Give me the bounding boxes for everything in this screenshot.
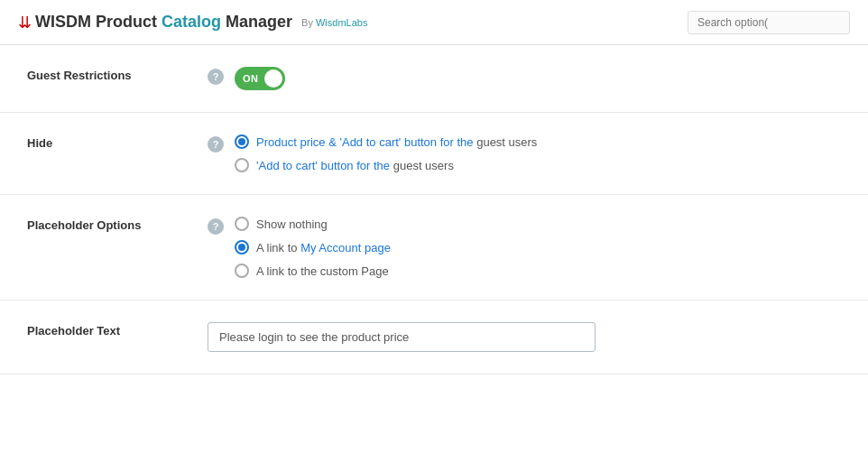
placeholder-text-section: Placeholder Text [0,301,868,375]
hide-label: Hide [27,134,208,150]
logo-by-link[interactable]: WisdmLabs [316,17,367,28]
hide-option-2[interactable]: 'Add to cart' button for the guest users [235,158,537,172]
toggle-wrapper: ON [235,67,285,90]
hide-option-1-label: Product price & 'Add to cart' button for… [256,135,537,149]
content: Guest Restrictions ? ON Hide ? [0,45,868,375]
hide-opt1-highlight: Product price & 'Add to cart' button for… [256,135,474,149]
placeholder-opt2-prefix: A link to [256,241,300,255]
placeholder-opt-3[interactable]: A link to the custom Page [235,264,391,278]
placeholder-options-content: ? Show nothing A link to My Account page [208,217,841,278]
placeholder-options-radio-group: Show nothing A link to My Account page [235,217,391,278]
guest-restrictions-content: ? ON [208,67,841,90]
hide-opt2-suffix: guest users [393,159,454,172]
hide-opt1-suffix: guest users [476,135,537,149]
placeholder-opt-1-label: Show nothing [256,217,328,231]
logo: ⇊ WISDM Product Catalog Manager By Wisdm… [18,13,367,32]
toggle-label: ON [243,73,259,84]
placeholder-options-section: Placeholder Options ? Show nothing [0,195,868,301]
guest-restrictions-section: Guest Restrictions ? ON [0,45,868,113]
guest-restrictions-help-icon[interactable]: ? [208,69,224,85]
placeholder-radio-1[interactable] [235,217,249,231]
placeholder-opt-2-label: A link to My Account page [256,241,391,255]
hide-radio-2[interactable] [235,158,249,172]
placeholder-opt-1[interactable]: Show nothing [235,217,391,231]
guest-restrictions-label: Guest Restrictions [27,67,208,82]
hide-content: ? Product price & 'Add to cart' button f… [208,134,841,172]
logo-by: By WisdmLabs [301,17,367,28]
logo-text: WISDM Product Catalog Manager [35,13,292,32]
placeholder-radio-2[interactable] [235,240,249,255]
hide-option-2-label: 'Add to cart' button for the guest users [256,159,454,172]
hide-help-icon[interactable]: ? [208,136,224,153]
hide-radio-group: Product price & 'Add to cart' button for… [235,134,537,172]
logo-icon: ⇊ [18,13,32,32]
placeholder-options-help-icon[interactable]: ? [208,218,224,235]
toggle-knob [264,69,282,88]
hide-opt2-highlight: 'Add to cart' button for the [256,159,390,172]
placeholder-radio-3[interactable] [235,264,249,278]
placeholder-text-content [208,322,841,352]
guest-restrictions-toggle[interactable]: ON [235,67,285,90]
placeholder-text-label: Placeholder Text [27,322,208,338]
header: ⇊ WISDM Product Catalog Manager By Wisdm… [0,0,868,45]
placeholder-options-label: Placeholder Options [27,217,208,232]
placeholder-opt2-link: My Account page [300,241,391,255]
hide-section: Hide ? Product price & 'Add to cart' but… [0,113,868,195]
search-input[interactable] [688,11,850,34]
hide-radio-dot-1 [238,138,245,145]
placeholder-opt-3-label: A link to the custom Page [256,264,389,278]
hide-radio-1[interactable] [235,134,249,149]
hide-option-1[interactable]: Product price & 'Add to cart' button for… [235,134,537,149]
placeholder-radio-dot-2 [238,244,245,251]
page-wrapper: ⇊ WISDM Product Catalog Manager By Wisdm… [0,0,868,472]
placeholder-text-input[interactable] [208,322,596,352]
placeholder-opt-2[interactable]: A link to My Account page [235,240,391,255]
